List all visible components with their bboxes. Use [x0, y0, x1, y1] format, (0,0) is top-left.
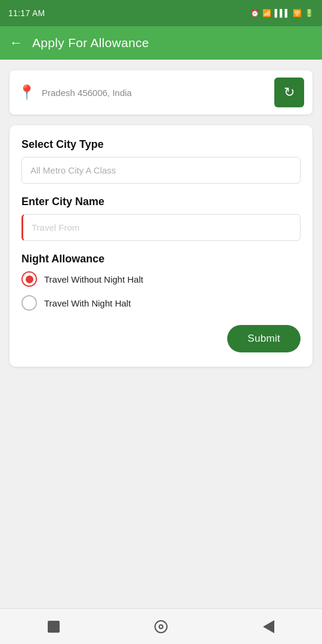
back-button[interactable]: ←	[10, 35, 23, 51]
nav-circle-inner-icon	[159, 624, 163, 629]
page-title: Apply For Allowance	[32, 36, 149, 50]
city-type-dropdown[interactable]: All Metro City A Class All Metro City A …	[21, 157, 301, 184]
radio-outer-no-halt	[21, 271, 37, 287]
radio-no-halt[interactable]: Travel Without Night Halt	[21, 271, 301, 287]
nav-back-button[interactable]	[258, 616, 279, 637]
battery-icon: 🔋	[305, 9, 314, 17]
location-card: 📍 Pradesh 456006, India ↻	[10, 70, 312, 114]
location-address: Pradesh 456006, India	[42, 88, 132, 98]
submit-row: Submit	[21, 325, 301, 352]
nav-triangle-icon	[263, 620, 274, 633]
form-card: Select City Type All Metro City A Class …	[10, 125, 312, 367]
nav-home-button[interactable]	[150, 616, 172, 637]
wifi-icon: 🛜	[293, 9, 302, 17]
bottom-nav	[0, 608, 322, 644]
status-icons: ⏰ 📶 ▌▌▌ 🛜 🔋	[250, 9, 314, 17]
refresh-location-button[interactable]: ↻	[274, 78, 304, 107]
location-left: 📍 Pradesh 456006, India	[18, 85, 132, 100]
nav-square-icon	[48, 621, 60, 633]
alarm-icon: ⏰	[250, 9, 259, 17]
toolbar: ← Apply For Allowance	[0, 26, 322, 60]
status-bar: 11:17 AM ⏰ 📶 ▌▌▌ 🛜 🔋	[0, 0, 322, 26]
night-allowance-label: Night Allowance	[21, 253, 301, 265]
status-time: 11:17 AM	[8, 8, 45, 18]
night-allowance-group: Travel Without Night Halt Travel With Ni…	[21, 271, 301, 311]
radio-label-with-halt: Travel With Night Halt	[44, 298, 131, 308]
nav-square-button[interactable]	[43, 616, 64, 637]
refresh-icon: ↻	[284, 85, 295, 100]
sim-icon: 📶	[262, 9, 271, 17]
radio-inner-no-halt	[26, 275, 33, 283]
nav-circle-icon	[154, 620, 168, 633]
city-name-label: Enter City Name	[21, 196, 301, 208]
location-pin-icon: 📍	[18, 85, 36, 100]
submit-button[interactable]: Submit	[227, 325, 301, 352]
city-type-label: Select City Type	[21, 138, 301, 151]
signal-icon: ▌▌▌	[274, 9, 290, 17]
radio-label-no-halt: Travel Without Night Halt	[44, 274, 143, 284]
city-name-input[interactable]	[21, 214, 301, 241]
radio-outer-with-halt	[21, 295, 37, 311]
content-area: 📍 Pradesh 456006, India ↻ Select City Ty…	[0, 60, 322, 377]
radio-with-halt[interactable]: Travel With Night Halt	[21, 295, 301, 311]
